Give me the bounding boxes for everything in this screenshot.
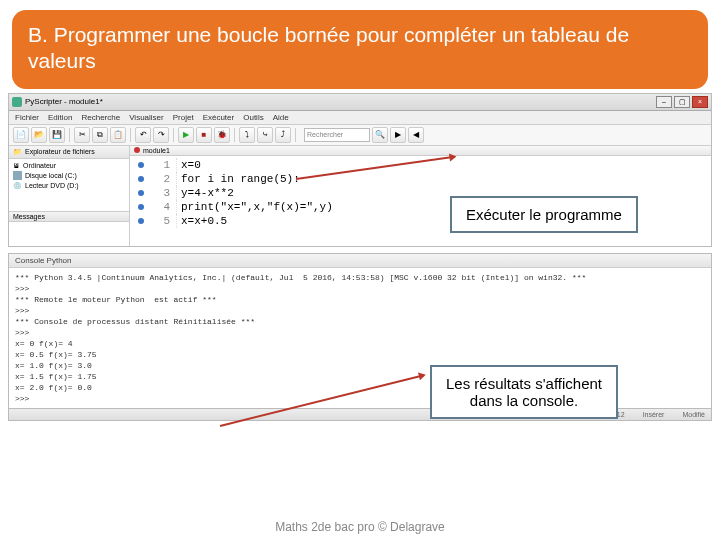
maximize-button[interactable]: ▢ xyxy=(674,96,690,108)
messages-panel xyxy=(9,221,129,246)
menu-run[interactable]: Exécuter xyxy=(203,113,235,122)
run-icon[interactable]: ▶ xyxy=(178,127,194,143)
close-button[interactable]: × xyxy=(692,96,708,108)
tree-item[interactable]: Disque local (C:) xyxy=(13,171,125,180)
menu-view[interactable]: Visualiser xyxy=(129,113,164,122)
paste-icon[interactable]: 📋 xyxy=(110,127,126,143)
search-icon[interactable]: 🔍 xyxy=(372,127,388,143)
app-icon xyxy=(12,97,22,107)
status-modified: Modifié xyxy=(682,411,705,418)
minimize-button[interactable]: – xyxy=(656,96,672,108)
tree-item[interactable]: 💿Lecteur DVD (D:) xyxy=(13,182,125,190)
step-out-icon[interactable]: ⤴ xyxy=(275,127,291,143)
callout-result: Les résultats s'affichent dans la consol… xyxy=(430,365,618,419)
console-tab[interactable]: Console Python xyxy=(9,254,711,268)
prev-icon[interactable]: ◀ xyxy=(408,127,424,143)
redo-icon[interactable]: ↷ xyxy=(153,127,169,143)
footer-credit: Maths 2de bac pro © Delagrave xyxy=(0,520,720,534)
window-title: PyScripter - module1* xyxy=(25,97,103,106)
step-icon[interactable]: ⤵ xyxy=(239,127,255,143)
menu-project[interactable]: Projet xyxy=(173,113,194,122)
new-icon[interactable]: 📄 xyxy=(13,127,29,143)
stop-icon[interactable]: ■ xyxy=(196,127,212,143)
menu-help[interactable]: Aide xyxy=(273,113,289,122)
sidebar-tab[interactable]: 📁Explorateur de fichiers xyxy=(9,146,129,159)
status-insert: Insérer xyxy=(643,411,665,418)
undo-icon[interactable]: ↶ xyxy=(135,127,151,143)
tree-item[interactable]: 🖥Ordinateur xyxy=(13,162,125,169)
menu-tools[interactable]: Outils xyxy=(243,113,263,122)
menu-search[interactable]: Recherche xyxy=(81,113,120,122)
menubar: Fichier Edition Recherche Visualiser Pro… xyxy=(9,111,711,125)
section-title: B. Programmer une boucle bornée pour com… xyxy=(28,22,692,75)
save-icon[interactable]: 💾 xyxy=(49,127,65,143)
toolbar: 📄 📂 💾 ✂ ⧉ 📋 ↶ ↷ ▶ ■ 🐞 ⤵ ⤷ ⤴ Rechercher 🔍… xyxy=(9,125,711,146)
menu-edit[interactable]: Edition xyxy=(48,113,72,122)
menu-file[interactable]: Fichier xyxy=(15,113,39,122)
search-input[interactable]: Rechercher xyxy=(304,128,370,142)
open-icon[interactable]: 📂 xyxy=(31,127,47,143)
cut-icon[interactable]: ✂ xyxy=(74,127,90,143)
messages-header[interactable]: Messages xyxy=(9,211,129,221)
next-icon[interactable]: ▶ xyxy=(390,127,406,143)
callout-run: Exécuter le programme xyxy=(450,196,638,233)
titlebar: PyScripter - module1* – ▢ × xyxy=(9,94,711,111)
editor-tab[interactable]: module1 xyxy=(130,146,711,156)
debug-icon[interactable]: 🐞 xyxy=(214,127,230,143)
copy-icon[interactable]: ⧉ xyxy=(92,127,108,143)
section-header: B. Programmer une boucle bornée pour com… xyxy=(12,10,708,89)
step-over-icon[interactable]: ⤷ xyxy=(257,127,273,143)
sidebar: 📁Explorateur de fichiers 🖥Ordinateur Dis… xyxy=(9,146,130,246)
